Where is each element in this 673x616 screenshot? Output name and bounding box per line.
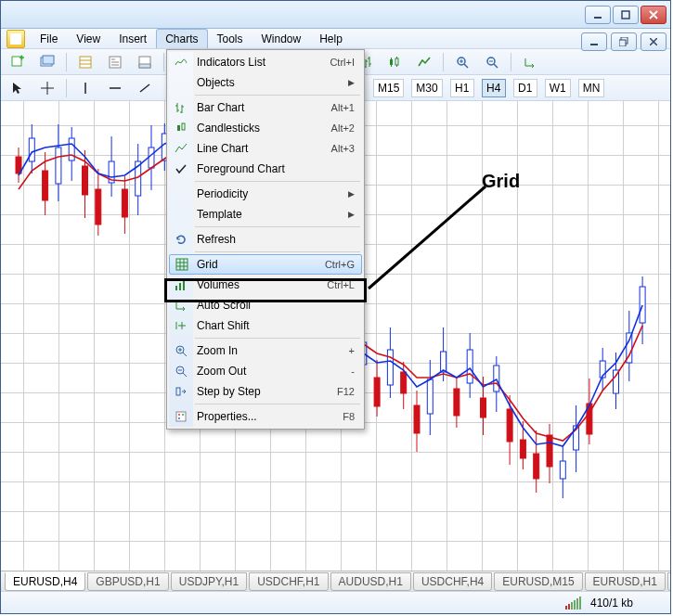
step-icon [173, 383, 189, 400]
svg-rect-94 [507, 409, 512, 442]
navigator-button[interactable] [104, 52, 126, 72]
market-watch-button[interactable] [74, 52, 97, 72]
timeframe-mn[interactable]: MN [578, 79, 605, 97]
menu-help[interactable]: Help [310, 29, 352, 48]
line-chart-icon[interactable] [413, 52, 435, 72]
menu-periodicity[interactable]: Periodicity▶ [169, 184, 362, 204]
menu-indicators-list[interactable]: Indicators ListCtrl+I [169, 52, 362, 72]
grid-icon [174, 256, 190, 273]
separator [511, 53, 511, 71]
menu-template[interactable]: Template▶ [169, 204, 362, 225]
minimize-button[interactable] [585, 6, 611, 24]
menu-view-label: View [76, 32, 100, 45]
menu-refresh[interactable]: Refresh [169, 229, 362, 250]
svg-rect-32 [96, 189, 101, 225]
menu-zoom-in[interactable]: Zoom In+ [169, 340, 362, 361]
svg-rect-22 [29, 138, 34, 161]
new-chart-button[interactable] [6, 52, 29, 72]
svg-rect-100 [547, 435, 552, 467]
svg-rect-28 [69, 138, 74, 160]
timeframe-m15[interactable]: M15 [373, 79, 404, 97]
tab-eurusd-h4[interactable]: EURUSD,H4 [5, 572, 85, 591]
tab-usdchf-h1[interactable]: USDCHF,H1 [249, 572, 328, 591]
timeframe-h4[interactable]: H4 [482, 79, 506, 97]
annotation-arrow [365, 182, 495, 293]
menu-tools-label: Tools [217, 32, 243, 45]
tab-audusd-h1[interactable]: AUDUSD,H1 [330, 572, 411, 591]
zoom-in-icon[interactable] [451, 52, 473, 72]
connection-signal-icon [565, 597, 581, 610]
tab-usdjpy-h1[interactable]: USDJPY,H1 [171, 572, 247, 591]
menu-file-label: File [40, 32, 58, 45]
profiles-button[interactable] [36, 52, 58, 72]
menu-line-chart[interactable]: Line ChartAlt+3 [169, 138, 362, 159]
menu-candlesticks[interactable]: CandlesticksAlt+2 [169, 118, 362, 138]
vertical-line-icon[interactable] [74, 78, 97, 98]
svg-rect-16 [395, 58, 398, 65]
tab-eurusd-h1[interactable]: EURUSD,H1 [585, 572, 666, 591]
menu-insert[interactable]: Insert [110, 29, 156, 48]
tab-eurusd-m15[interactable]: EURUSD,M15 [494, 572, 582, 591]
child-restore-button[interactable] [611, 32, 637, 51]
menu-volumes[interactable]: VolumesCtrl+L [169, 275, 362, 295]
svg-rect-24 [43, 171, 48, 200]
menu-auto-scroll[interactable]: Auto Scroll [169, 295, 362, 315]
menubar: File View Insert Charts Tools Window Hel… [1, 29, 670, 49]
timeframe-w1[interactable]: W1 [545, 79, 571, 97]
tab-usdchf-h4[interactable]: USDCHF,H4 [413, 572, 492, 591]
close-button[interactable] [641, 6, 667, 24]
candlestick-icon[interactable] [383, 52, 406, 72]
timeframe-d1[interactable]: D1 [513, 79, 537, 97]
menu-step-by-step[interactable]: Step by StepF12 [169, 381, 362, 402]
timeframe-m30[interactable]: M30 [411, 79, 442, 97]
crosshair-icon[interactable] [36, 78, 58, 98]
svg-rect-116 [182, 123, 185, 130]
chart-tabs: EURUSD,H4 GBPUSD,H1 USDJPY,H1 USDCHF,H1 … [1, 571, 670, 591]
menu-tools[interactable]: Tools [208, 29, 252, 48]
menu-foreground-chart[interactable]: Foreground Chart [169, 159, 362, 179]
menu-zoom-out[interactable]: Zoom Out- [169, 361, 362, 381]
menu-view[interactable]: View [67, 29, 110, 48]
svg-rect-74 [374, 378, 380, 406]
menu-window[interactable]: Window [252, 29, 311, 48]
svg-rect-124 [176, 412, 186, 421]
menu-properties[interactable]: Properties...F8 [169, 406, 362, 427]
menu-insert-label: Insert [119, 32, 147, 45]
autoscroll-icon[interactable] [519, 52, 541, 72]
terminal-button[interactable] [134, 52, 156, 72]
refresh-icon [173, 231, 189, 248]
volumes-icon [173, 276, 189, 293]
child-minimize-button[interactable] [581, 32, 607, 51]
menu-chart-shift[interactable]: Chart Shift [169, 315, 362, 336]
svg-rect-2 [590, 44, 598, 45]
timeframe-h1[interactable]: H1 [450, 79, 474, 97]
indicators-icon [173, 54, 189, 71]
submenu-arrow-icon: ▶ [348, 210, 355, 219]
svg-rect-96 [520, 440, 525, 458]
separator [66, 53, 67, 71]
svg-rect-117 [176, 259, 188, 270]
svg-rect-40 [149, 148, 154, 168]
svg-rect-118 [175, 286, 177, 290]
menu-grid[interactable]: GridCtrl+G [169, 254, 362, 275]
svg-rect-120 [183, 280, 185, 290]
svg-rect-15 [390, 59, 393, 65]
statusbar: 410/1 kb [1, 591, 670, 613]
zoom-out-icon[interactable] [481, 52, 503, 72]
separator [163, 53, 164, 71]
menu-bar-chart[interactable]: Bar ChartAlt+1 [169, 97, 362, 118]
child-close-button[interactable] [641, 32, 667, 51]
horizontal-line-icon[interactable] [104, 78, 126, 98]
svg-rect-119 [179, 283, 181, 290]
svg-rect-86 [454, 389, 459, 416]
trendline-icon[interactable] [134, 78, 156, 98]
menu-objects[interactable]: Objects▶ [169, 72, 362, 93]
tab-overflow[interactable]: GE [667, 572, 670, 591]
svg-rect-84 [441, 352, 447, 372]
cursor-icon[interactable] [6, 78, 29, 98]
menu-file[interactable]: File [31, 29, 67, 48]
menu-charts[interactable]: Charts [156, 29, 207, 48]
tab-gbpusd-h1[interactable]: GBPUSD,H1 [87, 572, 168, 591]
titlebar [1, 1, 670, 29]
maximize-button[interactable] [613, 6, 639, 24]
